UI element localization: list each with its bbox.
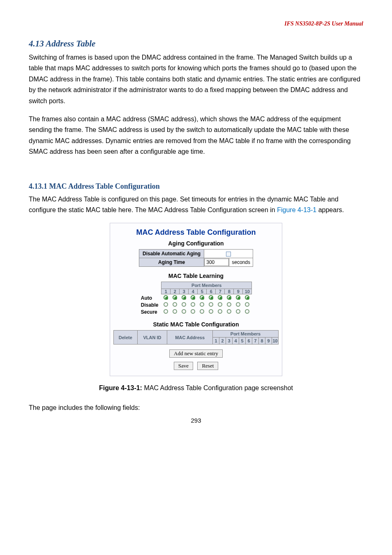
radio-auto-5[interactable] <box>200 295 204 300</box>
aging-time-unit: seconds <box>229 258 253 267</box>
reset-button[interactable]: Reset <box>197 362 218 370</box>
mac-learning-table: Port Members 1 2 3 4 5 6 7 8 9 10 Auto <box>140 282 252 315</box>
caption-text: MAC Address Table Configuration page scr… <box>142 384 293 391</box>
port-col-9: 9 <box>234 289 243 294</box>
port-col-3: 3 <box>180 289 189 294</box>
radio-disable-8[interactable] <box>227 302 231 307</box>
radio-disable-5[interactable] <box>200 302 204 307</box>
static-port-7: 7 <box>252 338 259 345</box>
page-number: 293 <box>29 417 363 424</box>
radio-secure-3[interactable] <box>182 309 186 314</box>
port-col-5: 5 <box>198 289 207 294</box>
radio-secure-4[interactable] <box>191 309 195 314</box>
trailing-line: The page includes the following fields: <box>29 402 363 413</box>
row-label-auto: Auto <box>140 294 161 302</box>
section-heading: 4.13 Address Table <box>29 39 363 49</box>
row-label-disable: Disable <box>140 301 161 308</box>
figure-title: MAC Address Table Configuration <box>113 228 279 237</box>
radio-auto-10[interactable] <box>245 295 249 300</box>
radio-disable-2[interactable] <box>173 302 177 307</box>
figure-caption: Figure 4-13-1: MAC Address Table Configu… <box>29 384 363 392</box>
subsection-paragraph: The MAC Address Table is configured on t… <box>29 194 363 216</box>
static-mac-table: Delete VLAN ID MAC Address Port Members … <box>113 330 279 345</box>
radio-secure-7[interactable] <box>218 309 222 314</box>
port-col-1: 1 <box>161 289 171 294</box>
add-entry-button[interactable]: Add new static entry <box>169 349 223 358</box>
radio-secure-2[interactable] <box>173 309 177 314</box>
radio-auto-1[interactable] <box>164 295 168 300</box>
static-header-delete: Delete <box>114 331 138 345</box>
caption-bold: Figure 4-13-1: <box>99 384 142 391</box>
port-col-6: 6 <box>207 289 216 294</box>
text-after-link: appears. <box>316 206 344 213</box>
radio-disable-9[interactable] <box>236 302 240 307</box>
row-label-secure: Secure <box>140 308 161 315</box>
static-port-1: 1 <box>213 338 219 345</box>
static-port-5: 5 <box>239 338 246 345</box>
static-port-9: 9 <box>265 338 272 345</box>
port-col-8: 8 <box>225 289 234 294</box>
static-header-vlan: VLAN ID <box>137 331 167 345</box>
disable-aging-checkbox[interactable] <box>226 252 231 257</box>
page-header: IFS NS3502-8P-2S User Manual <box>29 21 363 27</box>
radio-disable-7[interactable] <box>218 302 222 307</box>
static-port-4: 4 <box>233 338 239 345</box>
static-header-mac: MAC Address <box>167 331 213 345</box>
section-paragraph-1: Switching of frames is based upon the DM… <box>29 52 363 106</box>
radio-auto-2[interactable] <box>173 295 177 300</box>
static-port-8: 8 <box>259 338 265 345</box>
static-port-members-header: Port Members <box>213 331 279 338</box>
figure-link: Figure 4-13-1 <box>277 206 316 213</box>
subsection-heading: 4.13.1 MAC Address Table Configuration <box>29 182 363 191</box>
radio-disable-3[interactable] <box>182 302 186 307</box>
radio-secure-8[interactable] <box>227 309 231 314</box>
radio-disable-6[interactable] <box>209 302 213 307</box>
port-col-4: 4 <box>189 289 198 294</box>
radio-auto-9[interactable] <box>236 295 240 300</box>
radio-auto-3[interactable] <box>182 295 186 300</box>
port-members-header: Port Members <box>161 282 252 289</box>
static-port-2: 2 <box>219 338 226 345</box>
radio-disable-4[interactable] <box>191 302 195 307</box>
learn-row-secure: Secure <box>140 308 252 315</box>
radio-auto-7[interactable] <box>218 295 222 300</box>
static-port-6: 6 <box>246 338 252 345</box>
aging-config-heading: Aging Configuration <box>113 240 279 247</box>
section-paragraph-2: The frames also contain a MAC address (S… <box>29 114 363 157</box>
aging-time-input[interactable] <box>204 259 229 266</box>
radio-secure-10[interactable] <box>245 309 249 314</box>
save-button[interactable]: Save <box>174 362 193 370</box>
port-col-10: 10 <box>243 289 252 294</box>
radio-auto-4[interactable] <box>191 295 195 300</box>
port-col-7: 7 <box>216 289 225 294</box>
radio-auto-6[interactable] <box>209 295 213 300</box>
port-col-2: 2 <box>171 289 180 294</box>
static-port-10: 10 <box>272 338 279 345</box>
mac-learning-heading: MAC Table Learning <box>113 273 279 279</box>
static-port-3: 3 <box>226 338 233 345</box>
radio-disable-10[interactable] <box>245 302 249 307</box>
aging-time-label: Aging Time <box>139 258 204 267</box>
aging-config-table: Disable Automatic Aging Aging Time secon… <box>139 249 253 267</box>
radio-disable-1[interactable] <box>164 302 168 307</box>
radio-secure-1[interactable] <box>164 309 168 314</box>
learn-row-auto: Auto <box>140 294 252 302</box>
static-config-heading: Static MAC Table Configuration <box>113 321 279 328</box>
learn-row-disable: Disable <box>140 301 252 308</box>
radio-secure-6[interactable] <box>209 309 213 314</box>
radio-auto-8[interactable] <box>227 295 231 300</box>
disable-aging-label: Disable Automatic Aging <box>139 250 204 258</box>
radio-secure-5[interactable] <box>200 309 204 314</box>
radio-secure-9[interactable] <box>236 309 240 314</box>
config-figure: MAC Address Table Configuration Aging Co… <box>110 223 282 376</box>
